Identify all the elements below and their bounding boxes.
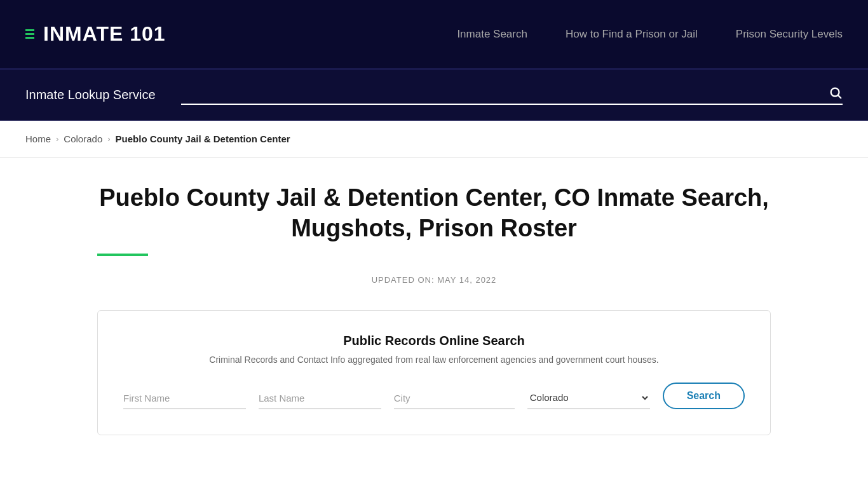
title-underline-wrapper — [97, 254, 771, 256]
breadcrumb-separator-1: › — [56, 134, 58, 144]
card-subtitle: Criminal Records and Contact Info aggreg… — [123, 355, 745, 365]
main-content: Pueblo County Jail & Detention Center, C… — [85, 158, 783, 448]
search-icon — [829, 86, 843, 100]
title-underline — [97, 254, 148, 256]
search-bar-label: Inmate Lookup Service — [25, 88, 156, 102]
search-button[interactable]: Search — [663, 383, 745, 409]
page-title: Pueblo County Jail & Detention Center, C… — [97, 183, 771, 243]
nav-how-to-find[interactable]: How to Find a Prison or Jail — [566, 28, 698, 41]
nav-prison-security[interactable]: Prison Security Levels — [736, 28, 843, 41]
nav-links: Inmate Search How to Find a Prison or Ja… — [457, 28, 843, 41]
search-icon-button[interactable] — [829, 86, 843, 100]
breadcrumb: Home › Colorado › Pueblo County Jail & D… — [0, 121, 868, 158]
search-input[interactable] — [181, 87, 829, 98]
last-name-field — [259, 388, 381, 409]
updated-text: UPDATED ON: MAY 14, 2022 — [97, 275, 771, 285]
logo-icon — [25, 29, 34, 39]
breadcrumb-home[interactable]: Home — [25, 133, 51, 144]
breadcrumb-separator-2: › — [107, 134, 110, 144]
nav-inmate-search[interactable]: Inmate Search — [457, 28, 527, 41]
state-select[interactable]: Colorado Alabama Alaska Arizona Arkansas… — [527, 386, 650, 409]
first-name-field — [123, 388, 246, 409]
last-name-input[interactable] — [259, 388, 381, 409]
breadcrumb-current: Pueblo County Jail & Detention Center — [116, 133, 290, 144]
search-bar-section: Inmate Lookup Service — [0, 70, 868, 121]
search-input-wrapper — [181, 86, 843, 105]
search-card: Public Records Online Search Criminal Re… — [97, 310, 771, 435]
city-input[interactable] — [394, 388, 515, 409]
logo-link[interactable]: INMATE 101 — [25, 22, 166, 46]
top-navigation: INMATE 101 Inmate Search How to Find a P… — [0, 0, 868, 70]
public-records-form: Colorado Alabama Alaska Arizona Arkansas… — [123, 383, 745, 409]
breadcrumb-state[interactable]: Colorado — [64, 133, 102, 144]
card-title: Public Records Online Search — [123, 334, 745, 348]
svg-line-1 — [838, 95, 841, 98]
logo-text: INMATE 101 — [43, 22, 166, 46]
city-field — [394, 388, 515, 409]
state-select-wrapper: Colorado Alabama Alaska Arizona Arkansas… — [527, 386, 650, 409]
first-name-input[interactable] — [123, 388, 246, 409]
